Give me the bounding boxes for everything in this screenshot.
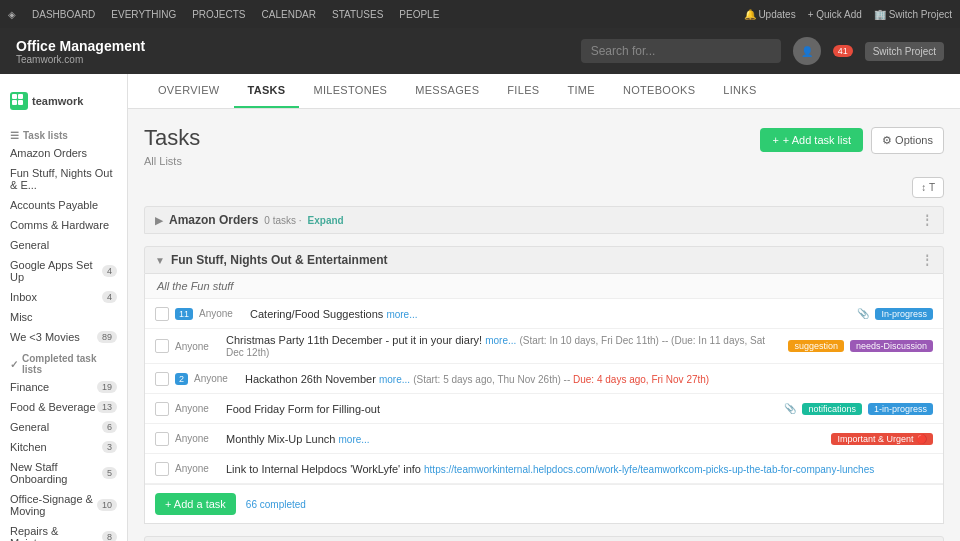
sub-nav: OVERVIEW TASKS MILESTONES MESSAGES FILES…	[128, 74, 960, 109]
svg-rect-1	[12, 94, 17, 99]
updates-link[interactable]: 🔔 Updates	[744, 9, 796, 20]
project-name: Office Management	[16, 38, 145, 54]
sidebar-item-label: Accounts Payable	[10, 199, 98, 211]
sidebar-item-we-3-movies[interactable]: We <3 Movies89	[0, 327, 127, 347]
task-list-options-icon[interactable]: ⋮	[921, 253, 933, 267]
sidebar-item-badge: 3	[102, 441, 117, 453]
task-more-link[interactable]: more...	[386, 309, 417, 320]
task-checkbox[interactable]	[155, 372, 169, 386]
sidebar-completed-finance[interactable]: Finance19	[0, 377, 127, 397]
tab-files[interactable]: FILES	[493, 74, 553, 108]
sidebar-item-misc[interactable]: Misc	[0, 307, 127, 327]
sidebar-item-badge: 10	[97, 499, 117, 511]
sidebar-completed-kitchen[interactable]: Kitchen3	[0, 437, 127, 457]
task-more-link[interactable]: more...	[485, 335, 516, 346]
plus-icon: +	[772, 134, 778, 146]
nav-statuses[interactable]: STATUSES	[332, 9, 383, 20]
nav-people[interactable]: PEOPLE	[399, 9, 439, 20]
page-title-row: Tasks + + Add task list ⚙ Options	[144, 125, 944, 155]
sidebar-item-google-apps-set-up[interactable]: Google Apps Set Up4	[0, 255, 127, 287]
sidebar-completed-new-staff-onboarding[interactable]: New Staff Onboarding5	[0, 457, 127, 489]
sidebar-item-inbox[interactable]: Inbox4	[0, 287, 127, 307]
toggle-icon[interactable]: ▶	[155, 215, 163, 226]
switch-project-button[interactable]: Switch Project	[865, 42, 944, 61]
toggle-icon[interactable]: ▼	[155, 255, 165, 266]
attach-icon: 📎	[784, 403, 796, 414]
sidebar: teamwork ☰ Task lists Amazon OrdersFun S…	[0, 74, 128, 541]
add-task-row: + Add a task66 completed	[145, 484, 943, 523]
completed-link[interactable]: 66 completed	[246, 499, 306, 510]
task-list-options-icon[interactable]: ⋮	[921, 213, 933, 227]
sidebar-item-label: Inbox	[10, 291, 37, 303]
avatar[interactable]: 👤	[793, 37, 821, 65]
options-label: Options	[895, 134, 933, 146]
task-tag[interactable]: 1-in-progress	[868, 403, 933, 415]
svg-rect-4	[18, 100, 23, 105]
sidebar-completed-office-signage--moving[interactable]: Office-Signage & Moving10	[0, 489, 127, 521]
nav-dashboard[interactable]: DASHBOARD	[32, 9, 95, 20]
task-tag[interactable]: suggestion	[788, 340, 844, 352]
notification-badge[interactable]: 41	[833, 45, 853, 57]
add-task-list-button[interactable]: + + Add task list	[760, 128, 863, 152]
task-checkbox[interactable]	[155, 462, 169, 476]
sort-button[interactable]: ↕ T	[912, 177, 944, 198]
sidebar-completed-general[interactable]: General6	[0, 417, 127, 437]
tab-links[interactable]: LINKS	[709, 74, 770, 108]
task-tag[interactable]: In-progress	[875, 308, 933, 320]
sidebar-task-list-items: Amazon OrdersFun Stuff, Nights Out & E..…	[0, 143, 127, 347]
nav-calendar[interactable]: CALENDAR	[262, 9, 316, 20]
task-tag[interactable]: notifications	[802, 403, 862, 415]
sidebar-item-comms--hardware[interactable]: Comms & Hardware	[0, 215, 127, 235]
task-row: Anyone Christmas Party 11th December - p…	[145, 329, 943, 364]
sidebar-completed-items: Finance19Food & Beverage13General6Kitche…	[0, 377, 127, 541]
sidebar-completed-food--beverage[interactable]: Food & Beverage13	[0, 397, 127, 417]
task-more-link[interactable]: more...	[379, 374, 410, 385]
options-button[interactable]: ⚙ Options	[871, 127, 944, 154]
sidebar-item-label: Amazon Orders	[10, 147, 87, 159]
task-assignee[interactable]: Anyone	[175, 463, 220, 474]
task-assignee[interactable]: Anyone	[175, 341, 220, 352]
task-list-amazon-orders: ▶ Amazon Orders0 tasks · Expand⋮	[144, 206, 944, 234]
add-task-button[interactable]: + Add a task	[155, 493, 236, 515]
sidebar-item-label: Finance	[10, 381, 49, 393]
task-checkbox[interactable]	[155, 307, 169, 321]
nav-projects[interactable]: PROJECTS	[192, 9, 245, 20]
task-more-link[interactable]: more...	[339, 434, 370, 445]
tab-milestones[interactable]: MILESTONES	[299, 74, 401, 108]
teamwork-logo-svg: teamwork	[10, 90, 90, 112]
task-tag[interactable]: needs-Discussion	[850, 340, 933, 352]
tab-overview[interactable]: OVERVIEW	[144, 74, 234, 108]
sidebar-item-badge: 4	[102, 265, 117, 277]
tab-tasks[interactable]: TASKS	[234, 74, 300, 108]
task-link[interactable]: https://teamworkinternal.helpdocs.com/wo…	[424, 464, 874, 475]
content-area: Tasks + + Add task list ⚙ Options All Li…	[128, 109, 960, 541]
tab-time[interactable]: TIME	[553, 74, 608, 108]
sidebar-item-fun-stuff-nights-out--e[interactable]: Fun Stuff, Nights Out & E...	[0, 163, 127, 195]
tab-messages[interactable]: MESSAGES	[401, 74, 493, 108]
sidebar-item-badge: 89	[97, 331, 117, 343]
task-checkbox[interactable]	[155, 339, 169, 353]
sidebar-item-amazon-orders[interactable]: Amazon Orders	[0, 143, 127, 163]
nav-everything[interactable]: EVERYTHING	[111, 9, 176, 20]
task-assignee[interactable]: Anyone	[199, 308, 244, 319]
task-assignee[interactable]: Anyone	[175, 433, 220, 444]
sidebar-item-label: Comms & Hardware	[10, 219, 109, 231]
sidebar-item-label: We <3 Movies	[10, 331, 80, 343]
task-assignee[interactable]: Anyone	[194, 373, 239, 384]
task-checkbox[interactable]	[155, 432, 169, 446]
task-assignee[interactable]: Anyone	[175, 403, 220, 414]
tab-notebooks[interactable]: NOTEBOOKS	[609, 74, 709, 108]
switch-project-link[interactable]: 🏢 Switch Project	[874, 9, 952, 20]
sidebar-completed-repairs--maintenance[interactable]: Repairs & Maintenance8	[0, 521, 127, 541]
expand-link[interactable]: Expand	[308, 215, 344, 226]
layout: teamwork ☰ Task lists Amazon OrdersFun S…	[0, 74, 960, 541]
quick-add-link[interactable]: + Quick Add	[808, 9, 862, 20]
search-input[interactable]	[581, 39, 781, 63]
app-logo-icon: ◈	[8, 9, 16, 20]
sidebar-item-general[interactable]: General	[0, 235, 127, 255]
main-content: OVERVIEW TASKS MILESTONES MESSAGES FILES…	[128, 74, 960, 541]
completed-icon: ✓	[10, 359, 18, 370]
sidebar-item-accounts-payable[interactable]: Accounts Payable	[0, 195, 127, 215]
task-tag[interactable]: Important & Urgent 🔴	[831, 433, 933, 445]
task-checkbox[interactable]	[155, 402, 169, 416]
